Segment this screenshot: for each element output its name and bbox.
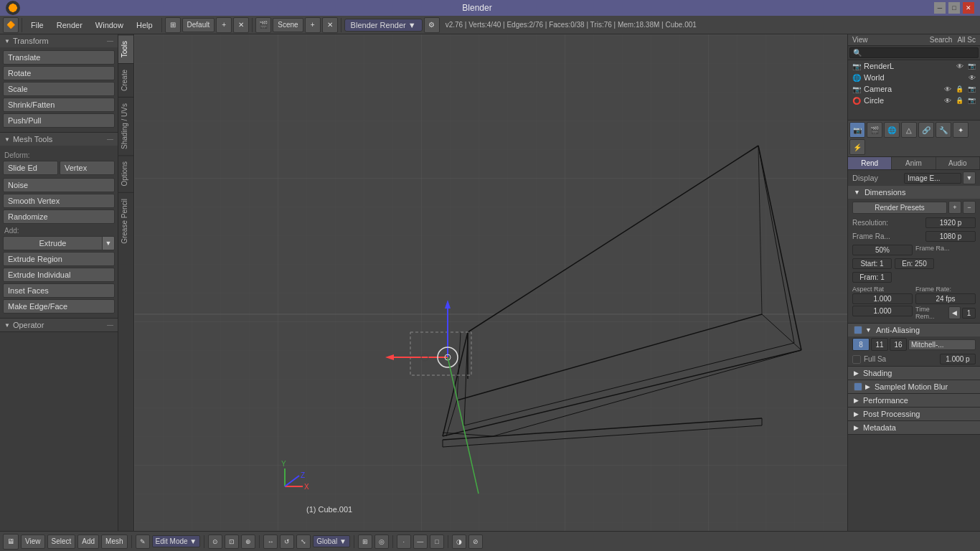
outliner-item-circle[interactable]: ⭕ Circle 👁 🔒 📷 xyxy=(848,95,980,106)
constraints-icon[interactable]: 🔗 xyxy=(918,122,934,138)
window-menu[interactable]: Window xyxy=(90,19,129,31)
aa-11[interactable]: 11 xyxy=(871,338,888,351)
extrude-button[interactable]: Extrude xyxy=(3,236,102,250)
rotate-icon[interactable]: ↺ xyxy=(280,534,294,549)
options-tab[interactable]: Options xyxy=(118,155,133,192)
render-menu[interactable]: Render xyxy=(51,19,88,31)
metadata-header[interactable]: ▶ Metadata xyxy=(848,421,980,434)
transform-header[interactable]: ▼ Transform — xyxy=(0,34,118,47)
full-sample-cb[interactable] xyxy=(852,355,861,364)
dimensions-header[interactable]: ▼ Dimensions xyxy=(848,186,980,199)
aa-filter-select[interactable]: Mitchell-... xyxy=(908,339,976,350)
modifiers-icon[interactable]: 🔧 xyxy=(936,122,951,138)
remove-scene-icon[interactable]: ✕ xyxy=(322,17,338,33)
layout-icon[interactable]: ⊞ xyxy=(165,17,181,33)
viewport-mesh-btn[interactable]: Mesh xyxy=(101,534,127,549)
remove-layout-icon[interactable]: ✕ xyxy=(233,17,249,33)
shrink-fatten-button[interactable]: Shrink/Fatten xyxy=(3,98,115,112)
randomize-button[interactable]: Randomize xyxy=(3,209,115,224)
add-layout-icon[interactable]: + xyxy=(216,17,232,33)
outliner-search[interactable]: 🔍 xyxy=(849,47,979,58)
audio-tab[interactable]: Audio xyxy=(936,157,980,169)
make-edge-face-button[interactable]: Make Edge/Face xyxy=(3,299,115,314)
image-editor-field[interactable]: Image E... xyxy=(904,173,961,184)
aspect-x-value[interactable]: 1.000 xyxy=(852,293,913,304)
viewport-select-btn[interactable]: Select xyxy=(47,534,76,549)
transform-icon[interactable]: ↔ xyxy=(263,534,278,549)
limit-icon[interactable]: ⊘ xyxy=(468,534,483,549)
mesh-select-face[interactable]: □ xyxy=(430,534,444,549)
inset-faces-button[interactable]: Inset Faces xyxy=(3,283,115,298)
particles-icon[interactable]: ✦ xyxy=(953,122,969,138)
render-engine-select[interactable]: Blender Render ▼ xyxy=(344,19,423,32)
performance-header[interactable]: ▶ Performance xyxy=(848,394,980,407)
add-preset-btn[interactable]: + xyxy=(948,201,961,214)
viewport[interactable]: User Persp + xyxy=(134,34,847,531)
add-scene-icon[interactable]: + xyxy=(305,17,321,33)
aspect-y-value[interactable]: 1.000 xyxy=(852,306,913,316)
time-rem-value[interactable]: 1 xyxy=(962,308,976,319)
translate-button[interactable]: Translate xyxy=(3,50,115,65)
anti-aliasing-checkbox[interactable] xyxy=(854,326,862,334)
viewport-view-btn[interactable]: View xyxy=(21,534,45,549)
shading-header[interactable]: ▶ Shading xyxy=(848,367,980,380)
res-percent[interactable]: 50% xyxy=(852,245,913,255)
circle-eye[interactable]: 👁 xyxy=(944,97,951,105)
renderlayers-eye[interactable]: 👁 xyxy=(956,62,963,70)
layout-select[interactable]: Default xyxy=(182,18,215,32)
create-tab[interactable]: Create xyxy=(118,63,133,97)
outliner-item-camera[interactable]: 📷 Camera 👁 🔒 📷 xyxy=(848,83,980,95)
edit-mode-icon[interactable]: ✎ xyxy=(136,534,150,549)
render-presets-button[interactable]: Render Presets xyxy=(852,202,947,214)
push-pull-button[interactable]: Push/Pull xyxy=(3,113,115,128)
engine-settings-icon[interactable]: ⚙ xyxy=(424,17,440,33)
blender-menu-logo[interactable]: 🔶 xyxy=(3,17,19,33)
mesh-select-edge[interactable]: — xyxy=(413,534,428,549)
vertex-button[interactable]: Vertex xyxy=(60,161,115,175)
scene-props-icon[interactable]: 🎬 xyxy=(867,122,882,138)
scale-button[interactable]: Scale xyxy=(3,82,115,96)
smooth-vertex-button[interactable]: Smooth Vertex xyxy=(3,194,115,208)
fps-value[interactable]: 24 fps xyxy=(915,293,976,304)
object-props-icon[interactable]: △ xyxy=(901,122,917,138)
grease-pencil-tab[interactable]: Grease Pencil xyxy=(118,192,133,250)
viewport-overlay-icon[interactable]: ⊡ xyxy=(225,534,239,549)
physics-icon[interactable]: ⚡ xyxy=(849,139,865,155)
operator-header[interactable]: ▼ Operator — xyxy=(0,319,118,331)
outliner-item-world[interactable]: 🌐 World 👁 xyxy=(848,72,980,83)
sampled-motion-header[interactable]: ▶ Sampled Motion Blur xyxy=(848,380,980,393)
full-sample-value[interactable]: 1.000 p xyxy=(940,354,976,364)
world-eye[interactable]: 👁 xyxy=(969,74,976,82)
file-menu[interactable]: File xyxy=(25,19,50,31)
scene-select[interactable]: Scene xyxy=(273,18,303,32)
rotate-button[interactable]: Rotate xyxy=(3,66,115,80)
render-props-icon[interactable]: 📷 xyxy=(849,122,865,138)
noise-button[interactable]: Noise xyxy=(3,178,115,192)
viewport-type-icon[interactable]: 🖥 xyxy=(3,534,19,550)
help-menu[interactable]: Help xyxy=(131,19,159,31)
viewport-shading-icon[interactable]: ⊙ xyxy=(208,534,222,549)
post-processing-header[interactable]: ▶ Post Processing xyxy=(848,408,980,420)
extrude-individual-button[interactable]: Extrude Individual xyxy=(3,268,115,282)
viewport-add-btn[interactable]: Add xyxy=(77,534,99,549)
manipulator-icon[interactable]: ⊕ xyxy=(241,534,255,549)
remove-preset-btn[interactable]: − xyxy=(963,201,976,214)
tools-tab[interactable]: Tools xyxy=(118,34,133,63)
shading-uvs-tab[interactable]: Shading / UVs xyxy=(118,97,133,155)
start-value[interactable]: Start: 1 xyxy=(852,258,892,269)
slide-edge-button[interactable]: Slide Ed xyxy=(3,161,58,175)
edit-mode-select[interactable]: Edit Mode ▼ xyxy=(152,535,201,547)
anti-aliasing-header[interactable]: ▼ Anti-Aliasing xyxy=(848,324,980,336)
extrude-dropdown[interactable]: ▼ xyxy=(102,236,115,250)
aa-8[interactable]: 8 xyxy=(852,338,870,351)
rend-tab[interactable]: Rend xyxy=(848,157,892,169)
mesh-select-vertex[interactable]: · xyxy=(397,534,411,549)
proportional-edit-icon[interactable]: ◎ xyxy=(374,534,389,549)
res-y-value[interactable]: 1080 p xyxy=(925,231,976,242)
extrude-region-button[interactable]: Extrude Region xyxy=(3,252,115,266)
time-rem-btn[interactable]: ◀ xyxy=(948,306,961,319)
outliner-item-renderlayers[interactable]: 📷 RenderL 👁 📷 xyxy=(848,60,980,72)
minimize-button[interactable]: ─ xyxy=(934,2,946,14)
scale-icon[interactable]: ⤡ xyxy=(296,534,311,549)
world-props-icon[interactable]: 🌐 xyxy=(884,122,900,138)
